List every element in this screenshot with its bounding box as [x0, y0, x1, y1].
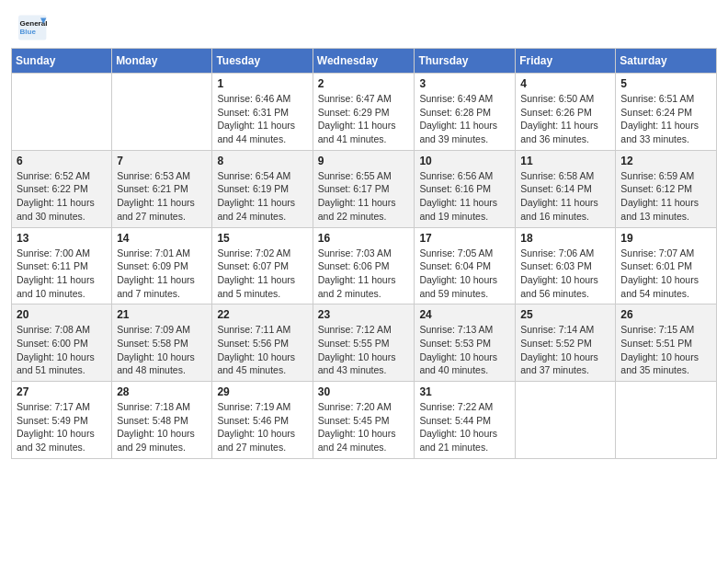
sunrise: Sunrise: 6:53 AM [117, 170, 190, 181]
day-number: 23 [318, 308, 410, 321]
sunrise: Sunrise: 7:22 AM [419, 401, 493, 412]
day-number: 18 [520, 232, 610, 245]
calendar-week-row: 27Sunrise: 7:17 AMSunset: 5:49 PMDayligh… [12, 382, 717, 459]
calendar-day-cell: 23Sunrise: 7:12 AMSunset: 5:55 PMDayligh… [313, 304, 415, 382]
sunrise: Sunrise: 7:12 AM [318, 324, 392, 335]
daylight: Daylight: 11 hours and 44 minutes. [217, 120, 295, 144]
day-info: Sunrise: 7:18 AMSunset: 5:48 PMDaylight:… [117, 400, 207, 454]
day-number: 25 [520, 308, 610, 321]
sunset: Sunset: 5:55 PM [318, 338, 390, 349]
day-info: Sunrise: 7:09 AMSunset: 5:58 PMDaylight:… [117, 323, 207, 377]
day-number: 27 [17, 385, 107, 398]
day-number: 8 [217, 155, 307, 167]
calendar-day-cell: 8Sunrise: 6:54 AMSunset: 6:19 PMDaylight… [212, 150, 313, 227]
sunrise: Sunrise: 6:49 AM [419, 93, 493, 104]
day-info: Sunrise: 6:55 AMSunset: 6:17 PMDaylight:… [318, 169, 410, 224]
calendar-day-cell: 4Sunrise: 6:50 AMSunset: 6:26 PMDaylight… [516, 74, 616, 151]
sunrise: Sunrise: 7:14 AM [520, 324, 594, 335]
day-info: Sunrise: 7:08 AMSunset: 6:00 PMDaylight:… [17, 323, 107, 377]
day-info: Sunrise: 7:19 AMSunset: 5:46 PMDaylight:… [217, 400, 307, 454]
daylight: Daylight: 11 hours and 16 minutes. [520, 197, 598, 222]
calendar-day-cell: 2Sunrise: 6:47 AMSunset: 6:29 PMDaylight… [313, 74, 415, 151]
sunset: Sunset: 6:14 PM [520, 183, 592, 194]
sunrise: Sunrise: 6:59 AM [620, 170, 694, 181]
sunset: Sunset: 6:12 PM [620, 183, 692, 194]
sunrise: Sunrise: 7:06 AM [520, 247, 594, 259]
day-number: 24 [419, 308, 510, 321]
sunset: Sunset: 5:56 PM [217, 338, 289, 349]
calendar-day-cell: 16Sunrise: 7:03 AMSunset: 6:06 PMDayligh… [313, 227, 415, 304]
sunset: Sunset: 5:49 PM [17, 415, 88, 426]
weekday-header-row: SundayMondayTuesdayWednesdayThursdayFrid… [12, 49, 717, 74]
daylight: Daylight: 10 hours and 21 minutes. [419, 428, 497, 453]
sunrise: Sunrise: 7:13 AM [419, 324, 493, 335]
weekday-header-cell: Wednesday [313, 49, 415, 74]
calendar-day-cell: 10Sunrise: 6:56 AMSunset: 6:16 PMDayligh… [415, 150, 516, 227]
calendar-day-cell [516, 382, 616, 459]
sunset: Sunset: 6:01 PM [620, 260, 692, 271]
calendar-day-cell [12, 74, 112, 151]
calendar-week-row: 6Sunrise: 6:52 AMSunset: 6:22 PMDaylight… [12, 150, 717, 227]
sunrise: Sunrise: 7:19 AM [217, 401, 290, 412]
sunset: Sunset: 6:04 PM [419, 260, 491, 271]
daylight: Daylight: 10 hours and 56 minutes. [520, 274, 598, 299]
day-info: Sunrise: 6:59 AMSunset: 6:12 PMDaylight:… [620, 169, 711, 224]
weekday-header-cell: Saturday [616, 49, 717, 74]
weekday-header-cell: Tuesday [212, 49, 313, 74]
calendar-day-cell: 17Sunrise: 7:05 AMSunset: 6:04 PMDayligh… [415, 227, 516, 304]
day-info: Sunrise: 6:52 AMSunset: 6:22 PMDaylight:… [17, 169, 107, 224]
sunrise: Sunrise: 7:17 AM [17, 401, 90, 412]
day-info: Sunrise: 6:54 AMSunset: 6:19 PMDaylight:… [217, 169, 307, 224]
sunset: Sunset: 6:24 PM [620, 107, 692, 118]
calendar-week-row: 13Sunrise: 7:00 AMSunset: 6:11 PMDayligh… [12, 227, 717, 304]
sunrise: Sunrise: 6:55 AM [318, 170, 392, 181]
day-number: 20 [17, 308, 107, 321]
sunrise: Sunrise: 7:07 AM [620, 247, 694, 259]
sunset: Sunset: 6:11 PM [17, 260, 88, 271]
daylight: Daylight: 11 hours and 33 minutes. [620, 120, 699, 144]
logo: General Blue [18, 15, 48, 40]
day-number: 30 [318, 385, 410, 398]
svg-text:Blue: Blue [20, 28, 37, 36]
day-number: 31 [419, 385, 510, 398]
sunrise: Sunrise: 7:05 AM [419, 247, 493, 259]
day-info: Sunrise: 7:07 AMSunset: 6:01 PMDaylight:… [620, 247, 711, 301]
calendar-body: 1Sunrise: 6:46 AMSunset: 6:31 PMDaylight… [12, 74, 717, 459]
sunset: Sunset: 6:16 PM [419, 183, 491, 194]
day-info: Sunrise: 6:46 AMSunset: 6:31 PMDaylight:… [217, 92, 307, 146]
sunrise: Sunrise: 6:56 AM [419, 170, 493, 181]
day-info: Sunrise: 6:47 AMSunset: 6:29 PMDaylight:… [318, 92, 410, 146]
sunset: Sunset: 6:03 PM [520, 260, 592, 271]
sunrise: Sunrise: 6:47 AM [318, 93, 392, 104]
calendar-day-cell: 25Sunrise: 7:14 AMSunset: 5:52 PMDayligh… [516, 304, 616, 382]
sunset: Sunset: 6:21 PM [117, 183, 188, 194]
day-info: Sunrise: 6:50 AMSunset: 6:26 PMDaylight:… [520, 92, 610, 146]
daylight: Daylight: 10 hours and 32 minutes. [17, 428, 95, 453]
daylight: Daylight: 10 hours and 27 minutes. [217, 428, 295, 453]
sunset: Sunset: 6:00 PM [17, 338, 88, 349]
day-info: Sunrise: 6:53 AMSunset: 6:21 PMDaylight:… [117, 169, 207, 224]
sunset: Sunset: 6:17 PM [318, 183, 390, 194]
calendar-day-cell: 29Sunrise: 7:19 AMSunset: 5:46 PMDayligh… [212, 382, 313, 459]
calendar-day-cell: 6Sunrise: 6:52 AMSunset: 6:22 PMDaylight… [12, 150, 112, 227]
day-number: 26 [620, 308, 711, 321]
sunrise: Sunrise: 6:54 AM [217, 170, 290, 181]
daylight: Daylight: 11 hours and 13 minutes. [620, 197, 699, 222]
day-info: Sunrise: 6:56 AMSunset: 6:16 PMDaylight:… [419, 169, 510, 224]
calendar-day-cell: 9Sunrise: 6:55 AMSunset: 6:17 PMDaylight… [313, 150, 415, 227]
logo-icon: General Blue [18, 15, 48, 40]
calendar-day-cell: 24Sunrise: 7:13 AMSunset: 5:53 PMDayligh… [415, 304, 516, 382]
calendar-day-cell: 18Sunrise: 7:06 AMSunset: 6:03 PMDayligh… [516, 227, 616, 304]
daylight: Daylight: 11 hours and 24 minutes. [217, 197, 295, 222]
day-info: Sunrise: 7:11 AMSunset: 5:56 PMDaylight:… [217, 323, 307, 377]
sunset: Sunset: 6:22 PM [17, 183, 88, 194]
sunset: Sunset: 5:48 PM [117, 415, 188, 426]
calendar-table: SundayMondayTuesdayWednesdayThursdayFrid… [11, 48, 717, 459]
calendar-day-cell [616, 382, 717, 459]
sunrise: Sunrise: 7:20 AM [318, 401, 392, 412]
sunrise: Sunrise: 7:08 AM [17, 324, 90, 335]
calendar-day-cell: 22Sunrise: 7:11 AMSunset: 5:56 PMDayligh… [212, 304, 313, 382]
day-number: 2 [318, 77, 410, 90]
day-info: Sunrise: 6:58 AMSunset: 6:14 PMDaylight:… [520, 169, 610, 224]
calendar-day-cell: 27Sunrise: 7:17 AMSunset: 5:49 PMDayligh… [12, 382, 112, 459]
